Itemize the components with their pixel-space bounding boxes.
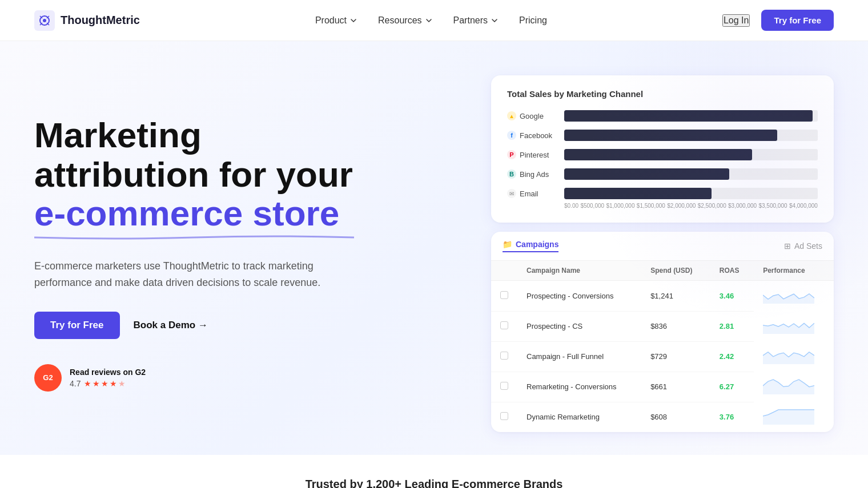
bar-track-email [564, 188, 818, 199]
table-row: Remarketing - Conversions $661 6.27 [491, 372, 834, 402]
row-checkbox[interactable] [491, 402, 517, 432]
bar-fill-bing [564, 168, 729, 180]
nav-item-product[interactable]: Product [315, 15, 357, 26]
col-performance: Performance [754, 261, 834, 281]
navbar: ThoughtMetric Product Resources Partners… [0, 0, 868, 41]
nav-actions: Log In Try for Free [722, 10, 834, 31]
chevron-down-icon [349, 17, 357, 25]
row-spend: $661 [641, 372, 710, 402]
sparkline-chart [763, 408, 814, 425]
row-checkbox[interactable] [491, 341, 517, 372]
bar-row-email: ✉ Email [507, 188, 818, 199]
row-performance [754, 402, 834, 432]
logo[interactable]: ThoughtMetric [34, 10, 140, 31]
bar-row-bing: B Bing Ads [507, 168, 818, 180]
row-performance [754, 311, 834, 341]
bar-fill-email [564, 188, 712, 199]
hero-section: Marketing attribution for your e-commerc… [0, 41, 868, 455]
row-checkbox[interactable] [491, 281, 517, 312]
bar-label-facebook: f Facebook [507, 131, 558, 140]
bar-fill-google [564, 110, 813, 122]
svg-point-2 [43, 19, 46, 22]
bar-track-google [564, 110, 818, 122]
nav-links: Product Resources Partners Pricing [315, 15, 547, 26]
star-4: ★ [110, 379, 117, 388]
campaigns-table: Campaign Name Spend (USD) ROAS Performan… [491, 261, 834, 432]
row-campaign-name: Prospecting - CS [517, 311, 641, 341]
bar-label-bing: B Bing Ads [507, 170, 558, 179]
bar-label-pinterest: P Pinterest [507, 150, 558, 159]
pinterest-icon: P [507, 150, 516, 159]
bar-label-email: ✉ Email [507, 189, 558, 198]
try-free-button[interactable]: Try for Free [761, 10, 834, 31]
table-row: Prospecting - CS $836 2.81 [491, 311, 834, 341]
table-row: Dynamic Remarketing $608 3.76 [491, 402, 834, 432]
g2-review-text[interactable]: Read reviews on G2 [70, 368, 146, 377]
chevron-down-icon [491, 17, 499, 25]
row-roas: 3.76 [710, 402, 754, 432]
hero-try-free-button[interactable]: Try for Free [34, 312, 120, 339]
row-campaign-name: Prospecting - Conversions [517, 281, 641, 312]
g2-section: G2 Read reviews on G2 4.7 ★ ★ ★ ★ ★ [34, 364, 354, 392]
hero-buttons: Try for Free Book a Demo → [34, 312, 354, 339]
row-campaign-name: Dynamic Remarketing [517, 402, 641, 432]
tab-campaigns[interactable]: 📁 Campaigns [503, 240, 558, 252]
table-tabs: 📁 Campaigns ⊞ Ad Sets [491, 232, 834, 261]
hero-visuals: Total Sales by Marketing Channel ▲ Googl… [491, 75, 834, 432]
bar-fill-pinterest [564, 149, 752, 160]
row-campaign-name: Remarketing - Conversions [517, 372, 641, 402]
star-1: ★ [84, 379, 91, 388]
bar-track-bing [564, 168, 818, 180]
trusted-title: Trusted by 1,200+ Leading E-commerce Bra… [34, 478, 834, 488]
nav-item-partners[interactable]: Partners [453, 15, 499, 26]
bar-row-google: ▲ Google [507, 110, 818, 122]
col-roas: ROAS [710, 261, 754, 281]
g2-stars: 4.7 ★ ★ ★ ★ ★ [70, 379, 146, 388]
sparkline-chart [763, 347, 814, 364]
logo-icon [34, 10, 55, 31]
nav-item-resources[interactable]: Resources [378, 15, 432, 26]
title-underline [34, 235, 354, 240]
hero-subtitle: E-commerce marketers use ThoughtMetric t… [34, 258, 331, 291]
table-row: Prospecting - Conversions $1,241 3.46 [491, 281, 834, 312]
adsets-tab-icon: ⊞ [784, 241, 791, 251]
row-performance [754, 372, 834, 402]
row-spend: $729 [641, 341, 710, 372]
nav-item-pricing[interactable]: Pricing [519, 15, 547, 26]
facebook-icon: f [507, 131, 516, 140]
row-checkbox[interactable] [491, 311, 517, 341]
g2-badge: G2 [34, 364, 62, 392]
tab-ad-sets[interactable]: ⊞ Ad Sets [784, 241, 822, 251]
star-3: ★ [101, 379, 108, 388]
svg-marker-8 [763, 323, 814, 334]
chevron-down-icon [425, 17, 433, 25]
row-performance [754, 281, 834, 312]
svg-marker-11 [763, 410, 814, 425]
bar-label-google: ▲ Google [507, 111, 558, 120]
row-checkbox[interactable] [491, 372, 517, 402]
star-5: ★ [118, 379, 126, 388]
row-roas: 2.42 [710, 341, 754, 372]
book-demo-link[interactable]: Book a Demo → [134, 320, 208, 331]
sparkline-chart [763, 317, 814, 334]
campaign-table-card: 📁 Campaigns ⊞ Ad Sets Campaign Name Spen… [491, 232, 834, 432]
table-row: Campaign - Full Funnel $729 2.42 [491, 341, 834, 372]
login-button[interactable]: Log In [722, 14, 750, 27]
email-icon: ✉ [507, 189, 516, 198]
sparkline-chart [763, 287, 814, 304]
trusted-section: Trusted by 1,200+ Leading E-commerce Bra… [0, 455, 868, 488]
bar-track-pinterest [564, 149, 818, 160]
row-campaign-name: Campaign - Full Funnel [517, 341, 641, 372]
col-spend: Spend (USD) [641, 261, 710, 281]
campaigns-tab-icon: 📁 [503, 240, 512, 249]
sparkline-chart [763, 377, 814, 394]
google-icon: ▲ [507, 111, 516, 120]
bar-fill-facebook [564, 130, 777, 141]
chart-title: Total Sales by Marketing Channel [507, 89, 818, 99]
row-spend: $836 [641, 311, 710, 341]
bar-axis: $0.00 $500,000 $1,000,000 $1,500,000 $2,… [507, 199, 818, 209]
col-checkbox [491, 261, 517, 281]
row-spend: $608 [641, 402, 710, 432]
bing-icon: B [507, 170, 516, 179]
g2-rating: 4.7 [70, 379, 81, 388]
